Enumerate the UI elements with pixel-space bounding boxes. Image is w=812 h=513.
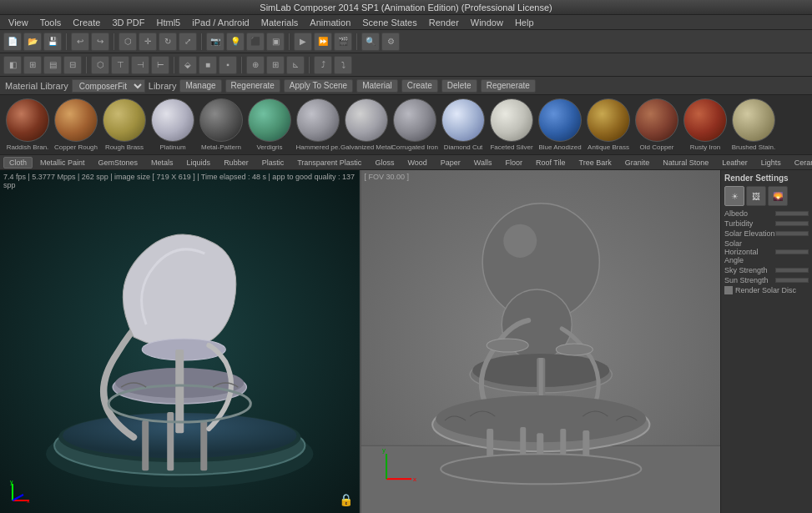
sky-render-icon[interactable]: 🌄: [768, 186, 788, 206]
settings-btn[interactable]: ⚙: [381, 33, 400, 51]
undo-btn[interactable]: ↩: [71, 33, 89, 51]
delete-btn[interactable]: Delete: [441, 79, 477, 93]
menu-item-ipad-/-android[interactable]: iPad / Android: [187, 18, 255, 28]
mat-sphere-item-9[interactable]: Diamond Cut: [439, 98, 487, 151]
import-btn[interactable]: ⤵: [334, 56, 352, 74]
render-setting-bar-1[interactable]: [775, 221, 809, 226]
mat-sphere-item-2[interactable]: Rough Brass: [100, 98, 149, 151]
mat-cat-gloss[interactable]: Gloss: [369, 157, 400, 168]
left-viewport[interactable]: 7.4 fps | 5.3777 Mpps | 262 spp | image …: [0, 170, 361, 513]
mat-cat-floor[interactable]: Floor: [499, 157, 528, 168]
export-btn[interactable]: ⤴: [314, 56, 332, 74]
mat-sphere-item-15[interactable]: Brushed Stain.: [729, 98, 778, 151]
mat-cat-ceramic[interactable]: Ceramic: [789, 157, 812, 168]
scale-btn[interactable]: ⤢: [179, 33, 197, 51]
mat-cat-metals[interactable]: Metals: [145, 157, 179, 168]
wire-btn[interactable]: ⬙: [179, 56, 197, 74]
solid-btn[interactable]: ■: [199, 56, 217, 74]
anim-btn[interactable]: 🎬: [334, 33, 352, 51]
render-btn[interactable]: ▶: [294, 33, 312, 51]
mat-cat-lights[interactable]: Lights: [755, 157, 787, 168]
render-checkbox-6[interactable]: [724, 286, 733, 294]
mat-cat-wood[interactable]: Wood: [401, 157, 432, 168]
regenerate-btn2[interactable]: Regenerate: [481, 79, 536, 93]
side-btn[interactable]: ⊢: [151, 56, 169, 74]
mat-cat-natural-stone[interactable]: Natural Stone: [657, 157, 714, 168]
texture-btn[interactable]: ▪: [219, 56, 237, 74]
object-btn[interactable]: ⬛: [246, 33, 265, 51]
mat-cat-granite[interactable]: Granite: [619, 157, 656, 168]
right-viewport[interactable]: [ FOV 30.00 ]: [361, 170, 721, 513]
render-setting-bar-0[interactable]: [775, 211, 809, 216]
snap-btn[interactable]: ⊕: [246, 56, 265, 74]
mat-sphere-item-6[interactable]: Hammered pe.: [294, 98, 342, 151]
mat-sphere-item-11[interactable]: Blue Anodized: [536, 98, 584, 151]
menu-item-animation[interactable]: Animation: [305, 18, 356, 28]
measure-btn[interactable]: ⊾: [286, 56, 305, 74]
camera-btn[interactable]: 📷: [206, 33, 224, 51]
mat-cat-roof-tile[interactable]: Roof Tile: [530, 157, 572, 168]
mat-cat-gemstones[interactable]: GemStones: [93, 157, 144, 168]
mat-sphere-item-7[interactable]: Galvanized Metal: [342, 98, 391, 151]
save-btn[interactable]: 💾: [43, 33, 62, 51]
new-btn[interactable]: 📄: [3, 33, 22, 51]
render-setting-bar-4[interactable]: [775, 268, 809, 273]
render-setting-bar-2[interactable]: [775, 231, 809, 236]
mat-cat-plastic[interactable]: Plastic: [256, 157, 290, 168]
sun-render-icon[interactable]: ☀: [724, 186, 744, 206]
menu-item-html5[interactable]: Html5: [152, 18, 186, 28]
view2-btn[interactable]: ⊞: [23, 56, 42, 74]
menu-item-3d-pdf[interactable]: 3D PDF: [107, 18, 149, 28]
mat-sphere-item-13[interactable]: Old Copper: [633, 98, 681, 151]
render2-btn[interactable]: ⏩: [314, 33, 332, 51]
render-setting-bar-5[interactable]: [775, 278, 809, 283]
redo-btn[interactable]: ↪: [91, 33, 109, 51]
view1-btn[interactable]: ◧: [3, 56, 22, 74]
mat-cat-walls[interactable]: Walls: [468, 157, 498, 168]
open-btn[interactable]: 📂: [23, 33, 42, 51]
menu-item-help[interactable]: Help: [510, 18, 539, 28]
top-btn[interactable]: ⊤: [111, 56, 129, 74]
create-btn[interactable]: Create: [401, 79, 438, 93]
search-btn[interactable]: 🔍: [361, 33, 380, 51]
menu-item-materials[interactable]: Materials: [256, 18, 304, 28]
regenerate-btn1[interactable]: Regenerate: [225, 79, 280, 93]
mat-sphere-item-4[interactable]: Metal-Pattern: [197, 98, 245, 151]
material-btn[interactable]: Material: [356, 79, 398, 93]
mat-cat-paper[interactable]: Paper: [435, 157, 467, 168]
front-btn[interactable]: ⊣: [131, 56, 149, 74]
mat-sphere-item-12[interactable]: Antique Brass: [584, 98, 633, 151]
view4-btn[interactable]: ⊟: [63, 56, 82, 74]
mat-sphere-item-0[interactable]: Raddish Bran.: [3, 98, 52, 151]
mat-cat-rubber[interactable]: Rubber: [218, 157, 255, 168]
mat-cat-transparent-plastic[interactable]: Transparent Plastic: [291, 157, 367, 168]
manage-btn[interactable]: Manage: [179, 79, 221, 93]
mat-cat-metallic-paint[interactable]: Metallic Paint: [34, 157, 91, 168]
mat-sphere-item-1[interactable]: Copper Rough: [52, 98, 100, 151]
image-render-icon[interactable]: 🖼: [746, 186, 766, 206]
grid-btn[interactable]: ⊞: [266, 56, 285, 74]
mat-sphere-item-5[interactable]: Verdigris: [245, 98, 294, 151]
move-btn[interactable]: ✛: [139, 33, 157, 51]
select-btn[interactable]: ⬡: [119, 33, 137, 51]
menu-item-render[interactable]: Render: [424, 18, 464, 28]
mat-cat-leather[interactable]: Leather: [716, 157, 754, 168]
render-setting-bar-3[interactable]: [775, 249, 809, 254]
light-btn[interactable]: 💡: [226, 33, 245, 51]
menu-item-window[interactable]: Window: [466, 18, 508, 28]
mat-sphere-item-8[interactable]: Corrugated Iron: [391, 98, 439, 151]
menu-item-view[interactable]: View: [3, 18, 33, 28]
mat-sphere-item-3[interactable]: Platinum: [149, 98, 197, 151]
menu-item-create[interactable]: Create: [68, 18, 105, 28]
menu-item-scene-states[interactable]: Scene States: [357, 18, 421, 28]
persp-btn[interactable]: ⬡: [91, 56, 109, 74]
mat-cat-cloth[interactable]: Cloth: [3, 157, 33, 168]
mat-sphere-item-10[interactable]: Faceted Silver: [487, 98, 536, 151]
group-btn[interactable]: ▣: [266, 33, 285, 51]
mat-lib-select[interactable]: ComposerFit: [72, 79, 145, 93]
view3-btn[interactable]: ▤: [43, 56, 62, 74]
mat-sphere-item-14[interactable]: Rusty Iron: [681, 98, 729, 151]
menu-item-tools[interactable]: Tools: [35, 18, 67, 28]
rotate-btn[interactable]: ↻: [159, 33, 177, 51]
mat-cat-tree-bark[interactable]: Tree Bark: [573, 157, 618, 168]
